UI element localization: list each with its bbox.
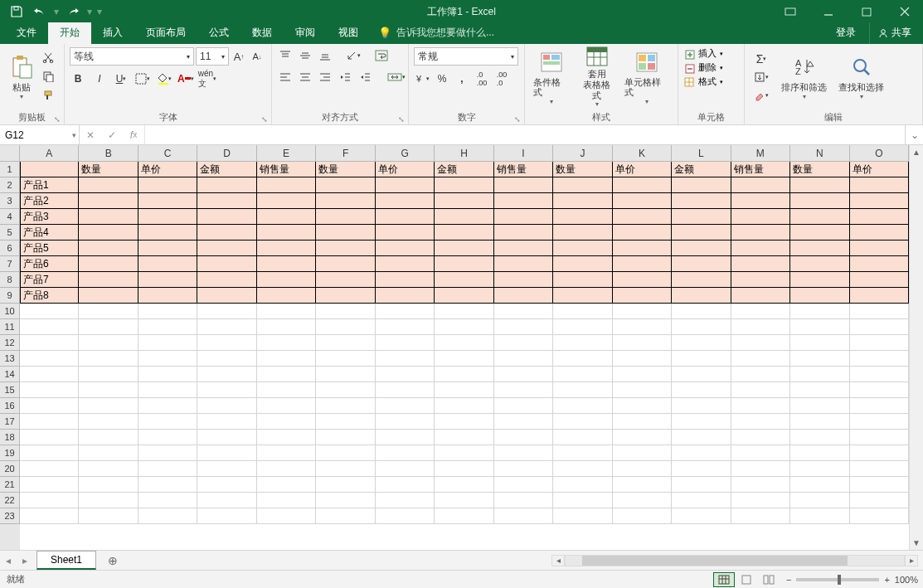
- cell[interactable]: [138, 193, 197, 209]
- cell[interactable]: [731, 256, 790, 272]
- cell[interactable]: [731, 225, 790, 241]
- column-header[interactable]: N: [790, 145, 849, 162]
- cell[interactable]: [257, 461, 316, 477]
- cell[interactable]: [20, 398, 79, 414]
- cell[interactable]: 数量: [79, 162, 138, 177]
- row-header[interactable]: 21: [0, 477, 20, 493]
- cell[interactable]: [197, 508, 256, 524]
- tab-review[interactable]: 审阅: [284, 22, 327, 44]
- sort-filter-button[interactable]: AZ排序和筛选▾: [778, 47, 830, 107]
- cell[interactable]: [79, 335, 138, 351]
- cell[interactable]: [376, 398, 435, 414]
- underline-button[interactable]: U ▾: [113, 70, 129, 87]
- cell[interactable]: [138, 225, 197, 241]
- cell[interactable]: [494, 445, 553, 461]
- cell[interactable]: [790, 209, 849, 225]
- cell[interactable]: [494, 256, 553, 272]
- cell[interactable]: [613, 256, 672, 272]
- cell[interactable]: [316, 414, 375, 430]
- cell[interactable]: 销售量: [494, 162, 553, 177]
- cell[interactable]: [316, 241, 375, 256]
- format-painter-icon[interactable]: [40, 87, 56, 104]
- cell[interactable]: [257, 508, 316, 524]
- cell[interactable]: [731, 288, 790, 304]
- cell[interactable]: [672, 508, 731, 524]
- cell[interactable]: [20, 351, 79, 367]
- cell[interactable]: [376, 335, 435, 351]
- cell[interactable]: [138, 319, 197, 335]
- merge-center-icon[interactable]: ▾: [385, 69, 408, 85]
- cell[interactable]: [138, 335, 197, 351]
- cell[interactable]: [257, 493, 316, 508]
- cell[interactable]: [435, 335, 493, 351]
- cell[interactable]: [197, 414, 256, 430]
- cell[interactable]: [613, 272, 672, 288]
- cell[interactable]: [553, 493, 612, 508]
- cut-icon[interactable]: [40, 49, 56, 66]
- cell[interactable]: [613, 225, 672, 241]
- cell[interactable]: [376, 225, 435, 241]
- row-header[interactable]: 10: [0, 304, 20, 319]
- cell[interactable]: [257, 272, 316, 288]
- sheet-nav-first-icon[interactable]: ◂: [0, 551, 17, 571]
- number-launcher-icon[interactable]: ⤡: [514, 115, 521, 124]
- cell[interactable]: [672, 288, 731, 304]
- cell[interactable]: [672, 367, 731, 382]
- cell[interactable]: [553, 256, 612, 272]
- cell[interactable]: [376, 319, 435, 335]
- cell[interactable]: [435, 177, 493, 193]
- cell[interactable]: [79, 414, 138, 430]
- cell[interactable]: [790, 256, 849, 272]
- cell[interactable]: 单价: [850, 162, 909, 177]
- cell[interactable]: [257, 367, 316, 382]
- align-center-icon[interactable]: [297, 69, 313, 85]
- redo-icon[interactable]: [63, 2, 83, 21]
- cell[interactable]: [20, 461, 79, 477]
- cell[interactable]: [197, 351, 256, 367]
- cell[interactable]: [731, 414, 790, 430]
- cell[interactable]: [613, 430, 672, 445]
- horizontal-scrollbar[interactable]: ◂ ▸: [123, 555, 923, 566]
- cell[interactable]: [138, 493, 197, 508]
- cell[interactable]: [20, 430, 79, 445]
- cell[interactable]: [850, 241, 909, 256]
- cell[interactable]: [257, 241, 316, 256]
- column-header[interactable]: M: [731, 145, 790, 162]
- cell[interactable]: [672, 414, 731, 430]
- cell[interactable]: [376, 382, 435, 398]
- cell[interactable]: [672, 430, 731, 445]
- cell[interactable]: [790, 508, 849, 524]
- share-button[interactable]: 共享: [869, 22, 920, 44]
- paste-button[interactable]: 粘贴 ▾: [5, 47, 38, 107]
- cell[interactable]: [79, 445, 138, 461]
- cell[interactable]: [494, 288, 553, 304]
- sheet-nav-last-icon[interactable]: ▸: [17, 551, 33, 571]
- cell[interactable]: [850, 177, 909, 193]
- cell[interactable]: [257, 209, 316, 225]
- zoom-slider[interactable]: [796, 578, 879, 581]
- cell[interactable]: [553, 508, 612, 524]
- cell[interactable]: 产品4: [20, 225, 79, 241]
- cell[interactable]: [613, 493, 672, 508]
- cell[interactable]: [731, 430, 790, 445]
- cell[interactable]: [435, 414, 493, 430]
- cell[interactable]: [79, 508, 138, 524]
- align-bottom-icon[interactable]: [317, 47, 333, 64]
- cell[interactable]: [850, 256, 909, 272]
- cell[interactable]: 金额: [435, 162, 493, 177]
- cell[interactable]: [553, 461, 612, 477]
- cell[interactable]: [197, 461, 256, 477]
- cell[interactable]: [197, 241, 256, 256]
- cell[interactable]: [850, 445, 909, 461]
- cell[interactable]: [376, 508, 435, 524]
- cell[interactable]: [672, 177, 731, 193]
- cell[interactable]: [731, 508, 790, 524]
- cell[interactable]: [672, 319, 731, 335]
- cell[interactable]: [553, 288, 612, 304]
- cell[interactable]: [553, 225, 612, 241]
- cell[interactable]: [138, 304, 197, 319]
- cell[interactable]: [376, 193, 435, 209]
- cell[interactable]: 数量: [553, 162, 612, 177]
- conditional-formatting-button[interactable]: 条件格式▾: [530, 47, 572, 107]
- cell[interactable]: [138, 382, 197, 398]
